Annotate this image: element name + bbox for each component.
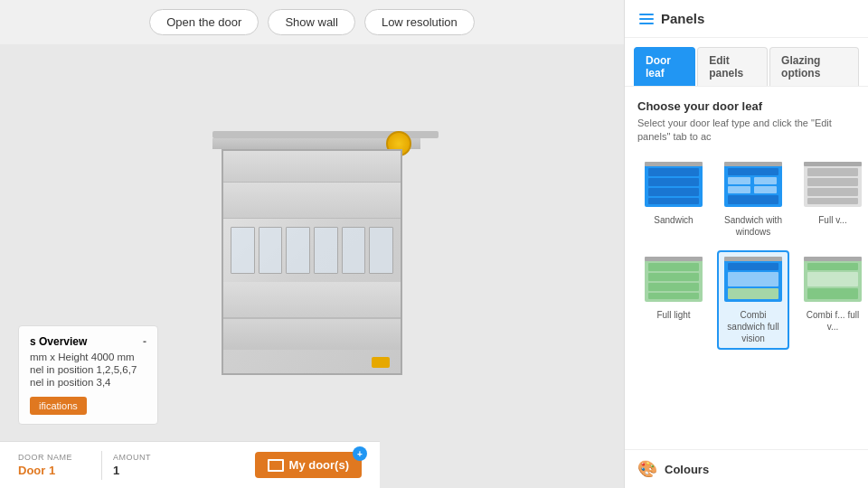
door-window-4 xyxy=(314,227,338,274)
svg-rect-3 xyxy=(648,188,699,196)
door-option-img-full-light xyxy=(643,256,704,305)
door-option-label-sandwich-windows: Sandwich with windows xyxy=(722,214,784,238)
svg-rect-9 xyxy=(754,177,777,184)
svg-rect-11 xyxy=(754,186,777,193)
amount-label: AMOUNT xyxy=(113,453,151,462)
my-doors-button[interactable]: My door(s) + xyxy=(255,452,362,478)
svg-rect-30 xyxy=(724,257,782,261)
info-collapse-button[interactable]: - xyxy=(143,335,146,348)
door-window-3 xyxy=(286,227,310,274)
hamburger-line-3 xyxy=(639,23,654,24)
tab-bar: Door leaf Edit panels Glazing options xyxy=(625,38,868,87)
door-option-img-sandwich-windows xyxy=(722,161,784,211)
door-panel-2 xyxy=(223,183,401,219)
right-panel: Panels Door leaf Edit panels Glazing opt… xyxy=(624,0,868,488)
hamburger-line-1 xyxy=(639,14,654,15)
svg-rect-2 xyxy=(648,178,699,186)
door-option-combi-sandwich[interactable]: Combi sandwich full vision xyxy=(717,250,789,350)
svg-rect-34 xyxy=(807,288,858,299)
door-option-label-full-vision: Full v... xyxy=(818,214,846,226)
svg-rect-5 xyxy=(645,162,703,166)
svg-rect-23 xyxy=(648,283,699,291)
colours-icon: 🎨 xyxy=(637,459,657,479)
svg-rect-18 xyxy=(807,198,858,204)
door-logo xyxy=(372,357,390,368)
info-line-2: nel in position 1,2,5,6,7 xyxy=(30,364,146,375)
door-window-1 xyxy=(231,227,255,274)
door-option-label-full-light: Full light xyxy=(656,309,690,321)
open-door-button[interactable]: Open the door xyxy=(149,9,259,35)
tab-door-leaf[interactable]: Door leaf xyxy=(634,47,695,86)
door-option-img-full-vision xyxy=(802,161,863,211)
door-panel-3 xyxy=(223,282,401,318)
door-track-top xyxy=(212,138,420,149)
door-panel-1 xyxy=(223,151,401,183)
door-option-img-combi-sandwich xyxy=(722,256,784,305)
svg-rect-24 xyxy=(648,293,699,299)
info-details-button[interactable]: ifications xyxy=(30,397,87,415)
my-doors-icon xyxy=(268,459,284,472)
svg-rect-21 xyxy=(648,263,699,271)
svg-rect-22 xyxy=(648,273,699,281)
hamburger-line-2 xyxy=(639,18,654,20)
viewport: s Overview - mm x Height 4000 mm nel in … xyxy=(0,0,624,488)
separator-1 xyxy=(101,451,102,480)
svg-rect-29 xyxy=(728,288,778,299)
svg-rect-7 xyxy=(728,168,778,175)
svg-rect-25 xyxy=(645,257,703,261)
svg-rect-4 xyxy=(648,198,699,204)
svg-rect-32 xyxy=(807,263,858,270)
amount-group: AMOUNT 1 xyxy=(113,453,151,477)
hamburger-icon[interactable] xyxy=(639,14,654,24)
door-option-full-vision[interactable]: Full v... xyxy=(797,155,868,243)
main-layout: s Overview - mm x Height 4000 mm nel in … xyxy=(0,0,868,488)
svg-rect-10 xyxy=(728,186,750,193)
svg-rect-17 xyxy=(807,188,858,196)
door-windows-row xyxy=(223,219,401,282)
door-option-img-sandwich xyxy=(643,161,704,211)
svg-rect-19 xyxy=(804,162,862,166)
svg-rect-35 xyxy=(804,257,862,261)
door-options-grid: Sandwich xyxy=(637,155,855,350)
svg-rect-1 xyxy=(648,168,699,176)
svg-rect-13 xyxy=(724,162,782,166)
svg-rect-15 xyxy=(807,168,858,176)
low-resolution-button[interactable]: Low resolution xyxy=(364,9,475,35)
section-subtitle: Select your door leaf type and click the… xyxy=(637,117,855,145)
bottom-bar: DOOR NAME AMOUNT 1 My door(s) + xyxy=(0,441,380,488)
door-option-sandwich[interactable]: Sandwich xyxy=(637,155,710,243)
door-name-input[interactable] xyxy=(18,464,90,477)
colours-title: Colours xyxy=(665,463,709,476)
info-line-3: nel in position 3,4 xyxy=(30,377,146,388)
tab-edit-panels[interactable]: Edit panels xyxy=(697,47,768,86)
door-bottom-panel xyxy=(223,318,401,350)
door-body xyxy=(222,149,402,375)
door-option-label-combi-sandwich: Combi sandwich full vision xyxy=(722,309,784,344)
svg-rect-33 xyxy=(807,272,858,286)
info-overlay: s Overview - mm x Height 4000 mm nel in … xyxy=(18,325,158,425)
my-doors-badge: + xyxy=(353,446,367,461)
svg-rect-16 xyxy=(807,178,858,186)
panel-content: Choose your door leaf Select your door l… xyxy=(625,87,868,449)
svg-rect-8 xyxy=(728,177,750,184)
my-doors-label: My door(s) xyxy=(289,458,349,472)
door-name-label: DOOR NAME xyxy=(18,453,90,462)
door-illustration xyxy=(212,131,411,384)
info-line-1: mm x Height 4000 mm xyxy=(30,352,146,362)
door-option-sandwich-windows[interactable]: Sandwich with windows xyxy=(717,155,789,243)
door-option-combi-full[interactable]: Combi f... full v... xyxy=(797,250,868,350)
panel-header: Panels xyxy=(625,0,868,38)
info-title: s Overview - xyxy=(30,335,146,348)
door-option-img-combi-full xyxy=(802,256,863,305)
colours-section: 🎨 Colours xyxy=(625,449,868,488)
door-name-group: DOOR NAME xyxy=(18,453,90,477)
panel-title: Panels xyxy=(661,11,704,26)
top-toolbar: Open the door Show wall Low resolution xyxy=(0,0,624,44)
door-option-label-sandwich: Sandwich xyxy=(654,214,693,226)
door-option-full-light[interactable]: Full light xyxy=(637,250,710,350)
tab-glazing-options[interactable]: Glazing options xyxy=(769,47,859,86)
amount-value: 1 xyxy=(113,464,151,477)
show-wall-button[interactable]: Show wall xyxy=(268,9,355,35)
svg-rect-28 xyxy=(728,272,778,286)
door-window-2 xyxy=(259,227,283,274)
